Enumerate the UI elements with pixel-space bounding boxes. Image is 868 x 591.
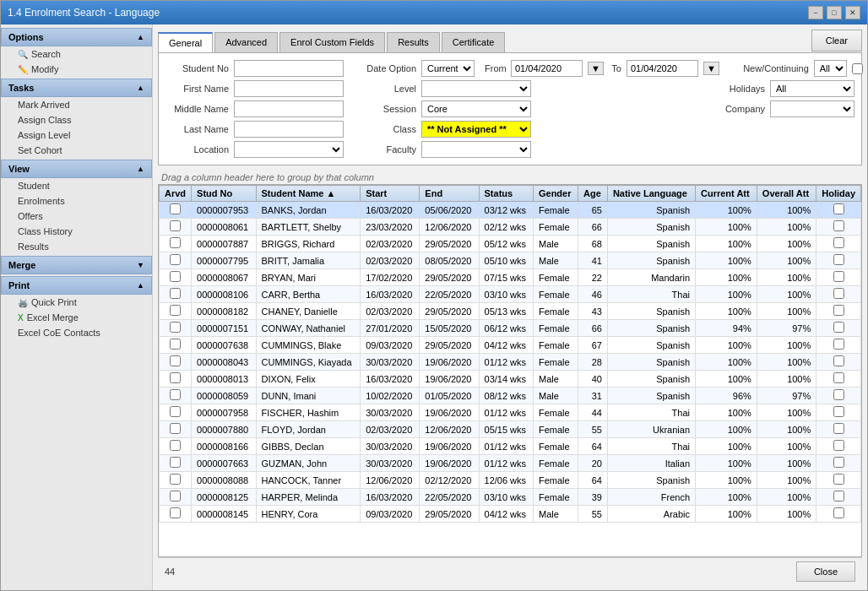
table-row[interactable]: 0000008125 HARPER, Melinda 16/03/2020 22… [160, 489, 861, 506]
tab-results[interactable]: Results [387, 32, 440, 52]
table-row[interactable]: 0000008067 BRYAN, Mari 17/02/2020 29/05/… [160, 269, 861, 286]
sidebar-item-mark-arrived[interactable]: Mark Arrived [1, 97, 152, 112]
row-holiday-checkbox[interactable] [833, 271, 844, 282]
close-button[interactable]: ✕ [845, 6, 860, 19]
holidays-select[interactable]: All [770, 80, 854, 97]
tab-general[interactable]: General [158, 32, 213, 52]
col-stud-no[interactable]: Stud No [192, 186, 256, 202]
col-arvd[interactable]: Arvd [160, 186, 192, 202]
date-option-select[interactable]: Current [421, 60, 475, 77]
col-gender[interactable]: Gender [533, 186, 578, 202]
row-holiday-checkbox[interactable] [833, 372, 844, 383]
table-row[interactable]: 0000007880 FLOYD, Jordan 02/03/2020 12/0… [160, 421, 861, 438]
row-checkbox[interactable] [170, 474, 181, 485]
row-checkbox[interactable] [170, 372, 181, 383]
col-native-language[interactable]: Native Language [607, 186, 695, 202]
sidebar-item-excel-coe[interactable]: Excel CoE Contacts [1, 325, 152, 340]
table-row[interactable]: 0000008013 DIXON, Felix 16/03/2020 19/06… [160, 371, 861, 388]
first-name-input[interactable] [234, 80, 344, 97]
row-holiday-checkbox[interactable] [833, 355, 844, 366]
row-checkbox[interactable] [170, 203, 181, 214]
row-holiday-checkbox[interactable] [833, 305, 844, 316]
col-age[interactable]: Age [578, 186, 608, 202]
row-checkbox[interactable] [170, 288, 181, 299]
sidebar-item-excel-merge[interactable]: X Excel Merge [1, 310, 152, 325]
row-holiday-checkbox[interactable] [833, 220, 844, 231]
col-holiday[interactable]: Holiday [816, 186, 861, 202]
last-name-input[interactable] [234, 121, 344, 138]
level-select[interactable] [421, 80, 531, 97]
company-select[interactable] [770, 100, 854, 117]
col-overall-att[interactable]: Overall Att [757, 186, 816, 202]
row-checkbox[interactable] [170, 406, 181, 417]
table-row[interactable]: 0000008061 BARTLETT, Shelby 23/03/2020 1… [160, 219, 861, 236]
row-holiday-checkbox[interactable] [833, 237, 844, 248]
table-row[interactable]: 0000007953 BANKS, Jordan 16/03/2020 05/0… [160, 202, 861, 219]
row-checkbox[interactable] [170, 440, 181, 451]
tab-enrol-custom-fields[interactable]: Enrol Custom Fields [279, 32, 385, 52]
from-date-input[interactable] [511, 60, 583, 77]
sidebar-item-student[interactable]: Student [1, 178, 152, 193]
table-row[interactable]: 0000007638 CUMMINGS, Blake 09/03/2020 29… [160, 337, 861, 354]
table-row[interactable]: 0000007958 FISCHER, Hashim 30/03/2020 19… [160, 404, 861, 421]
minimize-button[interactable]: − [808, 6, 823, 19]
row-checkbox[interactable] [170, 271, 181, 282]
row-checkbox[interactable] [170, 389, 181, 400]
sidebar-item-results[interactable]: Results [1, 239, 152, 254]
class-select[interactable]: ** Not Assigned ** [421, 121, 531, 138]
row-checkbox[interactable] [170, 507, 181, 518]
table-row[interactable]: 0000007151 CONWAY, Nathaniel 27/01/2020 … [160, 320, 861, 337]
col-end[interactable]: End [420, 186, 479, 202]
table-row[interactable]: 0000007663 GUZMAN, John 30/03/2020 19/06… [160, 455, 861, 472]
row-checkbox[interactable] [170, 237, 181, 248]
data-table-container[interactable]: Arvd Stud No Student Name ▲ Start End St… [158, 184, 862, 557]
table-row[interactable]: 0000008182 CHANEY, Danielle 02/03/2020 2… [160, 303, 861, 320]
row-holiday-checkbox[interactable] [833, 203, 844, 214]
row-checkbox[interactable] [170, 254, 181, 265]
row-checkbox[interactable] [170, 339, 181, 350]
row-holiday-checkbox[interactable] [833, 423, 844, 434]
sidebar-view-header[interactable]: View ▲ [1, 160, 152, 178]
table-row[interactable]: 0000007887 BRIGGS, Richard 02/03/2020 29… [160, 236, 861, 252]
table-row[interactable]: 0000008043 CUMMINGS, Kiayada 30/03/2020 … [160, 354, 861, 371]
row-holiday-checkbox[interactable] [833, 339, 844, 350]
row-holiday-checkbox[interactable] [833, 507, 844, 518]
row-checkbox[interactable] [170, 423, 181, 434]
table-row[interactable]: 0000008166 GIBBS, Declan 30/03/2020 19/0… [160, 438, 861, 455]
location-select[interactable] [234, 141, 344, 158]
row-holiday-checkbox[interactable] [833, 288, 844, 299]
sidebar-item-offers[interactable]: Offers [1, 209, 152, 224]
sidebar-print-header[interactable]: Print ▲ [1, 276, 152, 295]
sidebar-item-assign-class[interactable]: Assign Class [1, 112, 152, 127]
clear-button[interactable]: Clear [811, 30, 862, 52]
sidebar-item-set-cohort[interactable]: Set Cohort [1, 143, 152, 158]
tab-advanced[interactable]: Advanced [214, 32, 278, 52]
col-start[interactable]: Start [361, 186, 420, 202]
row-holiday-checkbox[interactable] [833, 457, 844, 468]
sidebar-merge-header[interactable]: Merge ▼ [1, 256, 152, 274]
new-continuing-select[interactable]: All [814, 60, 847, 77]
student-no-input[interactable] [234, 60, 344, 77]
faculty-select[interactable] [421, 141, 531, 158]
middle-name-input[interactable] [234, 100, 344, 117]
row-checkbox[interactable] [170, 355, 181, 366]
sidebar-item-assign-level[interactable]: Assign Level [1, 127, 152, 143]
row-holiday-checkbox[interactable] [833, 491, 844, 502]
from-calendar-icon[interactable]: ▼ [588, 62, 604, 75]
to-calendar-icon[interactable]: ▼ [703, 62, 719, 75]
new-continuing-checkbox[interactable] [852, 63, 863, 74]
col-status[interactable]: Status [479, 186, 533, 202]
row-checkbox[interactable] [170, 457, 181, 468]
row-checkbox[interactable] [170, 305, 181, 316]
table-row[interactable]: 0000007795 BRITT, Jamalia 02/03/2020 08/… [160, 252, 861, 269]
maximize-button[interactable]: □ [827, 6, 842, 19]
row-holiday-checkbox[interactable] [833, 389, 844, 400]
row-checkbox[interactable] [170, 491, 181, 502]
col-student-name[interactable]: Student Name ▲ [256, 186, 361, 202]
sidebar-options-header[interactable]: Options ▲ [1, 28, 152, 46]
row-holiday-checkbox[interactable] [833, 254, 844, 265]
sidebar-tasks-header[interactable]: Tasks ▲ [1, 79, 152, 97]
col-current-att[interactable]: Current Att [696, 186, 757, 202]
row-holiday-checkbox[interactable] [833, 406, 844, 417]
table-row[interactable]: 0000008145 HENRY, Cora 09/03/2020 29/05/… [160, 506, 861, 523]
